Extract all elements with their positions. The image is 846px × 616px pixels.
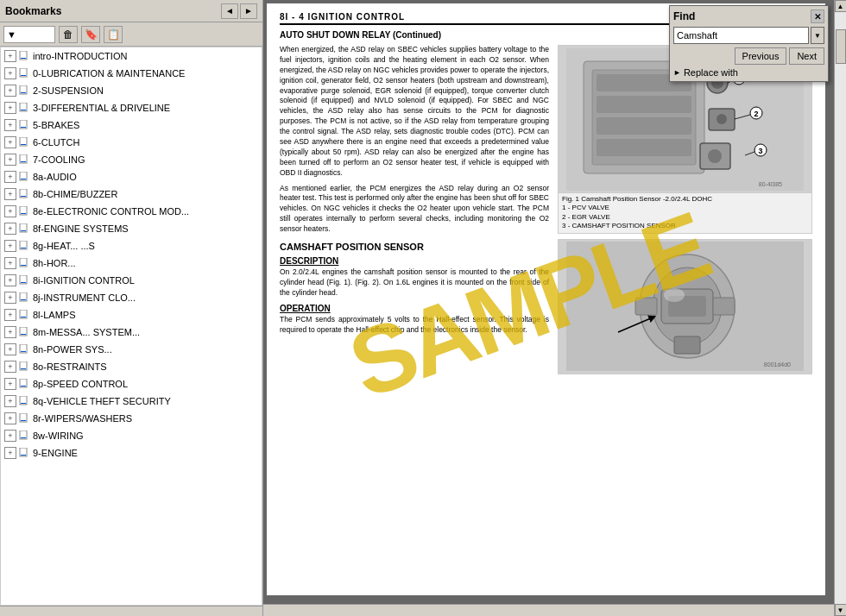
operation-body: The PCM sends approximately 5 volts to t…	[280, 315, 549, 336]
list-item[interactable]: + 0-LUBRICATION & MAINTENANCE	[1, 65, 262, 82]
list-item[interactable]: + 8e-ELECTRONIC CONTROL MOD...	[1, 203, 262, 220]
list-item[interactable]: + 8n-POWER SYS...	[1, 341, 262, 358]
expand-icon[interactable]: +	[4, 223, 16, 235]
bookmark-list[interactable]: + intro-INTRODUCTION + 0-LUBRICATION & M…	[0, 47, 262, 606]
bottom-scrollbar[interactable]	[263, 604, 834, 616]
list-item[interactable]: + intro-INTRODUCTION	[1, 47, 262, 65]
page-icon	[18, 326, 30, 338]
find-dropdown-button[interactable]: ▼	[811, 27, 824, 44]
page-icon	[18, 205, 30, 217]
list-item[interactable]: + 8r-WIPERS/WASHERS	[1, 410, 262, 427]
find-close-button[interactable]: ✕	[811, 9, 824, 23]
bookmark-label: 6-CLUTCH	[33, 137, 79, 148]
page-icon	[18, 430, 30, 442]
list-item[interactable]: + 8m-MESSA... SYSTEM...	[1, 324, 262, 341]
delete-button[interactable]: 🗑	[59, 26, 78, 43]
list-item[interactable]: + 8h-HOR...	[1, 255, 262, 272]
bookmark-button[interactable]: 🔖	[81, 26, 100, 43]
scroll-track[interactable]	[835, 12, 847, 604]
bookmark-label: 5-BRAKES	[33, 120, 79, 130]
page-icon	[18, 154, 30, 166]
list-item[interactable]: + 8o-RESTRAINTS	[1, 358, 262, 375]
right-scrollbar[interactable]: ▲ ▼	[834, 0, 846, 616]
expand-icon[interactable]: +	[4, 119, 16, 131]
page-icon	[18, 85, 30, 97]
list-item[interactable]: + 3-DIFFERENTIAL & DRIVELINE	[1, 99, 262, 116]
svg-rect-29	[21, 299, 26, 300]
options-button[interactable]: 📋	[104, 26, 123, 43]
page-icon	[18, 378, 30, 390]
svg-rect-9	[21, 127, 26, 128]
expand-icon[interactable]: +	[4, 430, 16, 442]
expand-icon[interactable]: +	[4, 85, 16, 97]
previous-button[interactable]: Previous	[735, 47, 787, 65]
image-column: 1 2 3 80-4l385	[558, 45, 812, 374]
expand-icon[interactable]: +	[4, 292, 16, 304]
list-item[interactable]: + 8b-CHIME/BUZZER	[1, 185, 262, 203]
next-button[interactable]: Next	[789, 47, 824, 65]
left-horizontal-scrollbar[interactable]	[0, 606, 262, 616]
svg-rect-54	[597, 139, 691, 156]
svg-rect-5	[21, 92, 26, 93]
expand-icon[interactable]: +	[4, 188, 16, 200]
expand-icon[interactable]: +	[4, 361, 16, 373]
scroll-down-button[interactable]: ▼	[835, 604, 847, 616]
find-toolbar: Find ✕ ▼ Previous Next ► Replace with	[669, 5, 829, 82]
expand-icon[interactable]: +	[4, 50, 16, 62]
list-item[interactable]: + 8f-ENGINE SYSTEMS	[1, 220, 262, 237]
list-item[interactable]: + 8a-AUDIO	[1, 168, 262, 185]
expand-icon[interactable]: +	[4, 171, 16, 183]
expand-icon[interactable]: +	[4, 205, 16, 217]
page-icon	[18, 447, 30, 459]
svg-rect-47	[21, 455, 26, 456]
bookmark-label: 8l-LAMPS	[33, 310, 76, 320]
list-item[interactable]: + 8j-INSTRUMENT CLO...	[1, 289, 262, 306]
list-item[interactable]: + 6-CLUTCH	[1, 134, 262, 151]
expand-icon[interactable]: +	[4, 240, 16, 252]
expand-icon[interactable]: +	[4, 67, 16, 79]
expand-icon[interactable]: +	[4, 326, 16, 338]
expand-icon[interactable]: +	[4, 343, 16, 355]
list-item[interactable]: + 8q-VEHICLE THEFT SECURITY	[1, 393, 262, 410]
list-item[interactable]: + 2-SUSPENSION	[1, 82, 262, 99]
list-item[interactable]: + 8w-WIRING	[1, 427, 262, 444]
expand-icon[interactable]: +	[4, 257, 16, 269]
find-search-input[interactable]	[673, 27, 809, 44]
nav-right-button[interactable]: ►	[240, 3, 257, 19]
svg-rect-7	[21, 110, 26, 110]
replace-expand-icon[interactable]: ►	[673, 68, 681, 77]
svg-rect-77	[713, 298, 735, 315]
expand-icon[interactable]: +	[4, 447, 16, 459]
camshaft-heading: CAMSHAFT POSITION SENSOR	[280, 242, 549, 252]
expand-icon[interactable]: +	[4, 412, 16, 424]
expand-icon[interactable]: +	[4, 378, 16, 390]
list-item[interactable]: + 5-BRAKES	[1, 116, 262, 134]
expand-icon[interactable]: +	[4, 154, 16, 166]
view-dropdown[interactable]: ▼	[3, 26, 55, 43]
list-item[interactable]: + 8p-SPEED CONTROL	[1, 375, 262, 393]
svg-rect-39	[21, 386, 26, 387]
expand-icon[interactable]: +	[4, 274, 16, 286]
list-item[interactable]: + 8i-IGNITION CONTROL	[1, 272, 262, 289]
svg-rect-45	[21, 437, 26, 438]
body-text-1: When energized, the ASD relay on SBEC ve…	[280, 45, 549, 179]
bookmark-label: 8n-POWER SYS...	[33, 344, 112, 355]
bookmark-label: 8r-WIPERS/WASHERS	[33, 413, 132, 424]
expand-icon[interactable]: +	[4, 136, 16, 148]
page-icon	[18, 240, 30, 252]
page-icon	[18, 309, 30, 321]
expand-icon[interactable]: +	[4, 395, 16, 407]
bookmark-header: Bookmarks ◄ ►	[0, 0, 262, 22]
find-replace-row[interactable]: ► Replace with	[673, 67, 824, 78]
svg-rect-31	[21, 317, 26, 317]
scroll-up-button[interactable]: ▲	[835, 0, 847, 12]
list-item[interactable]: + 8g-HEAT... ...S	[1, 237, 262, 255]
expand-icon[interactable]: +	[4, 102, 16, 114]
list-item[interactable]: + 8l-LAMPS	[1, 306, 262, 324]
nav-left-button[interactable]: ◄	[221, 3, 238, 19]
list-item[interactable]: + 9-ENGINE	[1, 444, 262, 462]
scroll-thumb[interactable]	[836, 29, 846, 64]
list-item[interactable]: + 7-COOLING	[1, 151, 262, 168]
svg-rect-41	[21, 403, 26, 404]
expand-icon[interactable]: +	[4, 309, 16, 321]
